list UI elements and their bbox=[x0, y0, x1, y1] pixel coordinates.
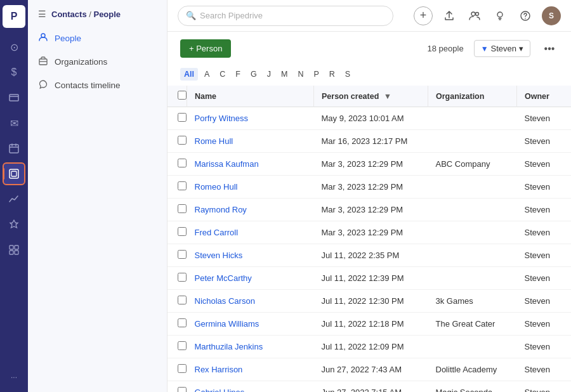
person-name-link[interactable]: Rex Harrison bbox=[195, 365, 243, 374]
person-name-link[interactable]: Gabriel Hines bbox=[195, 388, 245, 392]
row-owner: Steven bbox=[517, 336, 572, 358]
person-name-link[interactable]: Steven Hicks bbox=[195, 251, 243, 260]
row-name: Raymond Roy bbox=[187, 199, 314, 221]
person-name-link[interactable]: Marissa Kaufman bbox=[195, 159, 259, 169]
table-row: Gabriel Hines Jun 27, 2022 7:15 AM Magic… bbox=[167, 381, 571, 393]
alpha-filter-p[interactable]: P bbox=[310, 68, 322, 81]
row-checkbox[interactable] bbox=[178, 341, 187, 350]
calendar-nav-icon[interactable] bbox=[3, 137, 25, 160]
row-checkbox[interactable] bbox=[178, 318, 187, 327]
share-icon[interactable] bbox=[440, 7, 458, 25]
row-organization bbox=[428, 176, 517, 199]
row-checkbox[interactable] bbox=[178, 296, 187, 304]
people-count: 18 people bbox=[428, 44, 464, 53]
row-checkbox[interactable] bbox=[178, 136, 187, 145]
alpha-filter-m[interactable]: M bbox=[277, 68, 291, 81]
header-person-created[interactable]: Person created ▼ bbox=[314, 86, 428, 107]
leads-nav-icon[interactable] bbox=[3, 86, 25, 109]
row-checkbox[interactable] bbox=[178, 204, 187, 213]
mail-nav-icon[interactable]: ✉ bbox=[3, 112, 25, 134]
row-checkbox[interactable] bbox=[178, 273, 187, 282]
alpha-filter-j[interactable]: J bbox=[263, 68, 275, 81]
add-button[interactable]: + bbox=[414, 6, 433, 25]
row-checkbox[interactable] bbox=[178, 159, 187, 167]
header-name[interactable]: Name bbox=[187, 86, 314, 107]
table-row: Marissa Kaufman Mar 3, 2023 12:29 PM ABC… bbox=[167, 153, 571, 176]
sidebar-nav: People Organizations Contacts timeline bbox=[28, 24, 167, 100]
row-created: Mar 16, 2023 12:17 PM bbox=[314, 130, 428, 153]
person-name-link[interactable]: Raymond Roy bbox=[195, 205, 247, 214]
nav-more-button[interactable]: ... bbox=[3, 364, 25, 387]
help-icon[interactable] bbox=[516, 7, 534, 25]
alpha-filter-f[interactable]: F bbox=[232, 68, 244, 81]
alpha-filter-a[interactable]: A bbox=[200, 68, 213, 81]
header-owner[interactable]: Owner bbox=[517, 86, 572, 107]
person-name-link[interactable]: Porfry Witness bbox=[195, 114, 249, 123]
row-created: Mar 3, 2023 12:29 PM bbox=[314, 199, 428, 221]
breadcrumb: Contacts / People bbox=[51, 10, 121, 19]
person-name-link[interactable]: Rome Hull bbox=[195, 136, 233, 146]
person-name-link[interactable]: Marthuzila Jenkins bbox=[195, 342, 263, 351]
person-name-link[interactable]: Romeo Hull bbox=[195, 182, 238, 192]
products-nav-icon[interactable] bbox=[3, 213, 25, 236]
alpha-filter-all[interactable]: All bbox=[180, 68, 198, 81]
row-owner: Steven bbox=[517, 130, 572, 153]
row-checkbox[interactable] bbox=[178, 113, 187, 122]
person-name-link[interactable]: Germina Williams bbox=[195, 319, 259, 329]
filter-button[interactable]: ▼ Steven ▾ bbox=[474, 40, 530, 57]
topbar: 🔍 Search Pipedrive + S bbox=[167, 0, 571, 32]
table-container: Name Person created ▼ Organization Owner… bbox=[167, 86, 571, 392]
row-checkbox-cell bbox=[167, 290, 187, 313]
alpha-filter-g[interactable]: G bbox=[247, 68, 261, 81]
row-checkbox[interactable] bbox=[178, 181, 187, 190]
person-name-link[interactable]: Nicholas Carson bbox=[195, 296, 255, 306]
search-box[interactable]: 🔍 Search Pipedrive bbox=[178, 6, 393, 26]
row-organization: ABC Company bbox=[428, 153, 517, 176]
sidebar-item-people[interactable]: People bbox=[28, 27, 167, 50]
sidebar-item-organizations[interactable]: Organizations bbox=[28, 50, 167, 74]
row-checkbox-cell bbox=[167, 130, 187, 153]
row-checkbox[interactable] bbox=[178, 227, 187, 236]
analytics-nav-icon[interactable] bbox=[3, 188, 25, 211]
person-name-link[interactable]: Fred Carroll bbox=[195, 228, 239, 237]
alpha-filter-s[interactable]: S bbox=[341, 68, 354, 81]
row-organization: Magic Seconda... bbox=[428, 381, 517, 393]
app-logo[interactable]: P bbox=[3, 5, 25, 28]
row-name: Romeo Hull bbox=[187, 176, 314, 199]
search-placeholder: Search Pipedrive bbox=[200, 11, 263, 20]
alpha-filter-c[interactable]: C bbox=[216, 68, 229, 81]
hamburger-icon[interactable]: ☰ bbox=[38, 9, 46, 19]
home-nav-icon[interactable]: ⊙ bbox=[3, 36, 25, 58]
row-name: Marthuzila Jenkins bbox=[187, 336, 314, 358]
more-options-button[interactable]: ••• bbox=[541, 40, 558, 58]
table-row: Nicholas Carson Jul 11, 2022 12:30 PM 3k… bbox=[167, 290, 571, 313]
row-organization bbox=[428, 107, 517, 130]
row-checkbox[interactable] bbox=[178, 387, 187, 392]
row-created: Jun 27, 2022 7:15 AM bbox=[314, 381, 428, 393]
row-organization bbox=[428, 130, 517, 153]
contacts-nav-icon[interactable] bbox=[3, 162, 25, 185]
row-owner: Steven bbox=[517, 199, 572, 221]
row-checkbox[interactable] bbox=[178, 364, 187, 373]
sidebar-item-timeline[interactable]: Contacts timeline bbox=[28, 74, 167, 97]
header-organization[interactable]: Organization bbox=[428, 86, 517, 107]
people-icon-topbar[interactable] bbox=[466, 7, 483, 25]
person-name-link[interactable]: Peter McCarthy bbox=[195, 273, 252, 283]
row-name: Steven Hicks bbox=[187, 244, 314, 267]
add-person-button[interactable]: + Person bbox=[180, 39, 231, 58]
marketplace-nav-icon[interactable] bbox=[3, 238, 25, 261]
table-header: Name Person created ▼ Organization Owner… bbox=[167, 86, 571, 107]
alpha-filter-n[interactable]: N bbox=[294, 68, 307, 81]
bulb-icon[interactable] bbox=[491, 7, 509, 25]
row-created: Jul 11, 2022 12:09 PM bbox=[314, 336, 428, 358]
row-checkbox[interactable] bbox=[178, 250, 187, 259]
deals-nav-icon[interactable]: $ bbox=[3, 61, 25, 84]
avatar[interactable]: S bbox=[542, 6, 561, 25]
filter-label: Steven bbox=[491, 44, 516, 53]
topbar-actions: + S bbox=[414, 6, 561, 25]
alpha-filter-r[interactable]: R bbox=[325, 68, 339, 81]
select-all-checkbox[interactable] bbox=[178, 91, 187, 100]
people-icon bbox=[38, 32, 48, 44]
row-organization bbox=[428, 221, 517, 244]
row-created: Jul 11, 2022 12:18 PM bbox=[314, 313, 428, 336]
